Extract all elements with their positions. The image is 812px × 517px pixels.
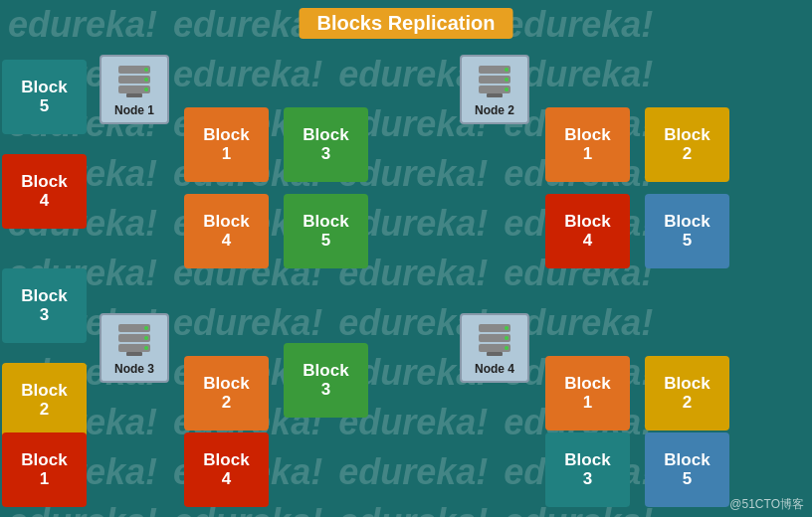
- node-2-label: Node 2: [475, 103, 514, 117]
- node-3-label: Node 3: [114, 362, 154, 376]
- node-1-label: Node 1: [114, 103, 154, 117]
- svg-point-5: [144, 87, 148, 91]
- svg-point-19: [144, 346, 148, 350]
- q2-block-4: Block4: [545, 194, 630, 268]
- node-4-label: Node 4: [475, 362, 514, 376]
- q2-block-2: Block2: [645, 107, 729, 182]
- q3-block-3: Block3: [284, 343, 368, 418]
- q3-block-4: Block4: [184, 432, 269, 507]
- svg-point-11: [505, 78, 508, 82]
- left-block-2: Block2: [2, 363, 87, 437]
- node-1: Node 1: [100, 55, 169, 124]
- svg-point-25: [505, 336, 508, 340]
- left-block-4: Block4: [2, 154, 87, 229]
- page-title: Blocks Replication: [300, 8, 513, 39]
- svg-point-26: [505, 346, 508, 350]
- q1-block-5: Block5: [284, 194, 368, 268]
- svg-rect-20: [126, 352, 142, 356]
- svg-point-24: [505, 326, 508, 330]
- server-icon-4: [475, 320, 514, 360]
- q1-block-1: Block1: [184, 107, 269, 182]
- svg-point-12: [505, 87, 508, 91]
- svg-rect-13: [487, 93, 503, 97]
- svg-point-3: [144, 68, 148, 72]
- server-icon-1: [114, 62, 154, 101]
- q1-block-3: Block3: [284, 107, 368, 182]
- q3-block-2: Block2: [184, 356, 269, 431]
- watermark: @51CTO博客: [729, 496, 804, 513]
- q4-block-1: Block1: [545, 356, 630, 431]
- server-icon-2: [475, 62, 514, 101]
- left-block-1: Block1: [2, 432, 87, 507]
- left-block-5: Block5: [2, 60, 87, 134]
- server-icon-3: [114, 320, 154, 360]
- node-3: Node 3: [100, 313, 169, 383]
- q1-block-4: Block4: [184, 194, 269, 268]
- q4-block-3: Block3: [545, 432, 630, 507]
- node-2: Node 2: [460, 55, 529, 124]
- q4-block-2: Block2: [645, 356, 729, 431]
- q2-block-1: Block1: [545, 107, 630, 182]
- svg-point-18: [144, 336, 148, 340]
- svg-point-10: [505, 68, 508, 72]
- q4-block-5: Block5: [645, 432, 729, 507]
- node-4: Node 4: [460, 313, 529, 383]
- svg-point-17: [144, 326, 148, 330]
- svg-rect-6: [126, 93, 142, 97]
- svg-rect-27: [487, 352, 503, 356]
- q2-block-5: Block5: [645, 194, 729, 268]
- svg-point-4: [144, 78, 148, 82]
- left-block-3: Block3: [2, 268, 87, 343]
